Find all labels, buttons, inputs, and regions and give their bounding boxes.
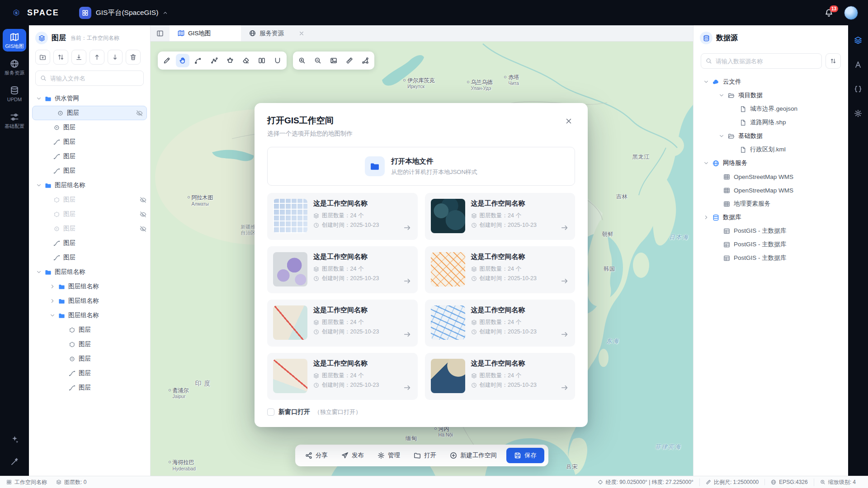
layer-tree-row[interactable]: 图层 [29, 192, 150, 207]
zoom-in-icon[interactable] [295, 54, 309, 67]
layer-tree-row[interactable]: 图层 [29, 236, 150, 250]
layer-tree-row[interactable]: 图层 [29, 380, 150, 395]
workspace-card[interactable]: 这是工作空间名称 图层数量：24 个 创建时间：2025-10-23 [267, 246, 418, 293]
rail-item-GIS地图[interactable]: GIS地图 [3, 29, 26, 52]
layer-tree-row[interactable]: 供水管网 [29, 91, 150, 106]
layer-tree-row[interactable]: 图层 [29, 323, 150, 337]
union-icon[interactable] [271, 54, 284, 67]
layer-tree-row[interactable]: 图层 [29, 250, 150, 265]
layer-tree-row[interactable]: 图层组名称 [29, 308, 150, 323]
eye-off-icon[interactable] [140, 225, 146, 232]
layer-tree-row[interactable]: 图层 [32, 106, 147, 120]
gear-icon[interactable] [851, 107, 865, 120]
arrow-right-icon[interactable] [561, 224, 569, 232]
layer-tree-row[interactable]: 图层组名称 [29, 279, 150, 294]
topology-icon[interactable] [359, 54, 372, 67]
chev-down-icon[interactable] [36, 96, 42, 101]
chev-down-icon[interactable] [50, 313, 55, 318]
layer-tree-row[interactable]: 图层 [29, 164, 150, 178]
arrow-right-icon[interactable] [561, 277, 569, 285]
layer-tree-row[interactable]: 图层 [29, 366, 150, 380]
datasource-tree-row[interactable]: 基础数据 [693, 129, 848, 143]
trash-icon[interactable] [126, 50, 141, 65]
braces-icon[interactable] [851, 82, 865, 96]
pencil-icon[interactable] [160, 54, 174, 67]
wand-icon[interactable] [10, 457, 19, 466]
new-window-checkbox[interactable] [267, 408, 274, 416]
layer-tree-row[interactable]: 图层组名称 [29, 178, 150, 192]
datasource-tree-row[interactable]: 云文件 [693, 75, 848, 89]
arrow-right-icon[interactable] [403, 224, 411, 232]
layer-tree-row[interactable]: 图层组名称 [29, 265, 150, 279]
datasource-tree-row[interactable]: 网络服务 [693, 156, 848, 170]
eye-off-icon[interactable] [140, 197, 146, 203]
workspace-card[interactable]: 这是工作空间名称 图层数量：24 个 创建时间：2025-10-23 [267, 300, 418, 347]
layer-tree-row[interactable]: 图层组名称 [29, 294, 150, 308]
hand-icon[interactable] [176, 54, 189, 67]
datasource-tree-row[interactable]: 行政区划.kml [693, 143, 848, 156]
workspace-card[interactable]: 这是工作空间名称 图层数量：24 个 创建时间：2025-10-23 [425, 193, 576, 240]
polyline-icon[interactable] [208, 54, 221, 67]
letter-a-icon[interactable] [851, 58, 865, 71]
close-x-icon[interactable] [299, 31, 304, 36]
action-button-新建工作空间[interactable]: 新建工作空间 [444, 448, 503, 463]
chev-down-icon[interactable] [36, 183, 42, 188]
layers-icon[interactable] [851, 33, 865, 47]
action-button-打开[interactable]: 打开 [408, 448, 442, 463]
arrow-right-icon[interactable] [561, 330, 569, 338]
layer-tree-row[interactable]: 图层 [29, 207, 150, 221]
workspace-card[interactable]: 这是工作空间名称 图层数量：24 个 创建时间：2025-10-23 [425, 353, 576, 400]
datasource-tree-row[interactable]: 城市边界.geojson [693, 102, 848, 116]
datasource-tree-row[interactable]: OpenStreetMap WMS [693, 183, 848, 197]
vertex-icon[interactable] [223, 54, 237, 67]
datasource-tree-row[interactable]: PostGIS - 主数据库 [693, 238, 848, 251]
datasource-tree-row[interactable]: 地理要素服务 [693, 197, 848, 211]
map-tab[interactable]: 服务资源 [241, 25, 312, 41]
arrow-right-icon[interactable] [403, 277, 411, 285]
eye-off-icon[interactable] [140, 211, 146, 218]
workspace-card[interactable]: 这是工作空间名称 图层数量：24 个 创建时间：2025-10-23 [425, 246, 576, 293]
rail-item-基础配置[interactable]: 基础配置 [3, 109, 26, 131]
datasource-tree-row[interactable]: 数据库 [693, 211, 848, 224]
user-avatar[interactable] [844, 6, 858, 20]
eraser-icon[interactable] [239, 54, 253, 67]
chev-down-icon[interactable] [719, 133, 724, 139]
folder-plus-icon[interactable] [35, 50, 50, 65]
close-x-icon[interactable] [562, 115, 575, 127]
zoom-out-icon[interactable] [311, 54, 325, 67]
app-switcher[interactable]: GIS平台(SpaceGIS) [79, 7, 168, 19]
workspace-card[interactable]: 这是工作空间名称 图层数量：24 个 创建时间：2025-10-23 [267, 353, 418, 400]
workspace-card[interactable]: 这是工作空间名称 图层数量：24 个 创建时间：2025-10-23 [267, 193, 418, 240]
arrows-sort-icon[interactable] [826, 53, 841, 69]
chev-right-icon[interactable] [50, 284, 55, 289]
action-button-发布[interactable]: 发布 [335, 448, 370, 463]
layer-search-input[interactable] [50, 75, 139, 82]
datasource-tree-row[interactable]: 项目数据 [693, 89, 848, 102]
chev-down-icon[interactable] [703, 160, 709, 166]
action-button-分享[interactable]: 分享 [299, 448, 334, 463]
datasource-tree-row[interactable]: OpenStreetMap WMS [693, 170, 848, 183]
arrow-right-icon[interactable] [561, 384, 569, 392]
layer-tree-row[interactable]: 图层 [29, 149, 150, 164]
sparkles-icon[interactable] [10, 435, 19, 444]
datasource-tree-row[interactable]: 道路网络.shp [693, 116, 848, 129]
open-local-file-card[interactable]: 打开本地文件 从您的计算机打开本地JSON样式 [267, 147, 575, 186]
layer-tree-row[interactable]: 图层 [29, 135, 150, 149]
chev-right-icon[interactable] [50, 298, 55, 304]
layer-tree-row[interactable]: 图层 [29, 120, 150, 135]
layer-tree-row[interactable]: 图层 [29, 221, 150, 236]
measure-icon[interactable] [343, 54, 356, 67]
arrow-bar-down-icon[interactable] [71, 50, 86, 65]
curve-icon[interactable] [192, 54, 205, 67]
rail-item-UPDM[interactable]: UPDM [3, 82, 26, 105]
chev-down-icon[interactable] [36, 269, 42, 275]
arrow-right-icon[interactable] [403, 330, 411, 338]
notification-bell-icon[interactable]: 13 [825, 9, 833, 17]
datasource-tree-row[interactable]: PostGIS - 主数据库 [693, 224, 848, 238]
datasource-tree-row[interactable]: PostGIS - 主数据库 [693, 251, 848, 265]
chev-down-icon[interactable] [703, 79, 709, 84]
chev-down-icon[interactable] [719, 93, 724, 98]
datasource-search-input[interactable] [716, 58, 817, 65]
layer-tree-row[interactable]: 图层 [29, 352, 150, 366]
action-button-管理[interactable]: 管理 [372, 448, 406, 463]
